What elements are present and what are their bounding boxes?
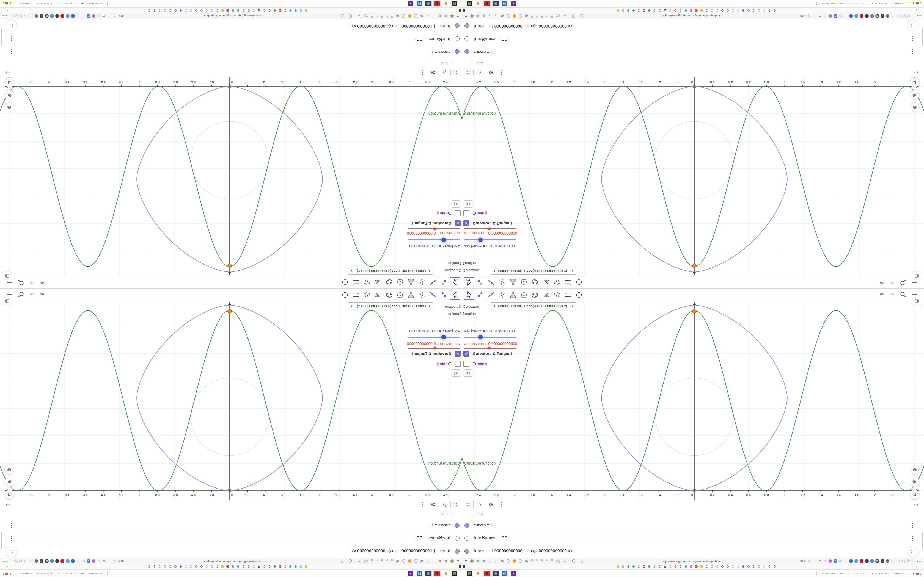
google[interactable]: G xyxy=(262,565,266,569)
chevron-up-icon[interactable]: ∧ xyxy=(916,9,918,12)
tree-view-button[interactable] xyxy=(451,501,460,508)
collapse-list-button[interactable]: − xyxy=(450,60,456,65)
taskbar-app-virtualbox[interactable]: ▤ xyxy=(466,570,473,577)
updown-icon[interactable]: ↕ xyxy=(65,13,70,18)
reload-icon[interactable]: C xyxy=(102,13,107,18)
arrow-icon[interactable]: → xyxy=(812,13,817,18)
globe-icon[interactable]: ⊕ xyxy=(499,558,505,564)
zoom-out-button[interactable] xyxy=(5,490,14,499)
google[interactable]: G xyxy=(241,8,245,12)
folder-icon[interactable] xyxy=(555,13,561,19)
settings-button[interactable] xyxy=(428,69,438,76)
plus-icon[interactable]: + xyxy=(70,13,75,18)
star-icon[interactable]: ☆ xyxy=(807,13,812,18)
arc-length-slider-handle[interactable] xyxy=(441,238,446,242)
geogebra[interactable] xyxy=(210,565,214,569)
arc-length-slider-handle[interactable] xyxy=(478,335,483,339)
geogebra[interactable] xyxy=(194,565,198,569)
filter-icon[interactable]: Y xyxy=(463,558,468,564)
geogebra[interactable] xyxy=(736,565,740,569)
google[interactable]: G xyxy=(653,8,656,12)
info[interactable]: i xyxy=(689,565,693,569)
wikipedia[interactable]: W xyxy=(663,565,667,569)
geogebra[interactable] xyxy=(205,8,209,12)
tool-angle[interactable]: a xyxy=(541,277,551,287)
arrow-icon[interactable]: → xyxy=(107,13,112,18)
geogebra[interactable] xyxy=(252,565,256,569)
pencil-icon[interactable] xyxy=(91,559,96,564)
gear-icon[interactable] xyxy=(517,13,523,19)
visibility-marble[interactable] xyxy=(464,36,469,41)
algebra-expression[interactable]: funcNames = {" "} xyxy=(473,36,509,42)
tab-icon[interactable] xyxy=(546,558,549,561)
skip-to-end-button[interactable] xyxy=(464,369,472,377)
tool-slider[interactable]: a = 2 xyxy=(563,290,573,300)
site[interactable] xyxy=(647,8,651,12)
geogebra[interactable] xyxy=(731,8,735,12)
site[interactable] xyxy=(289,565,292,569)
taskbar-app-save-64[interactable]: 64 xyxy=(501,0,508,7)
info[interactable]: i xyxy=(689,8,693,12)
tool-polygon[interactable] xyxy=(508,290,518,300)
geogebra[interactable] xyxy=(726,565,730,569)
geogebra[interactable] xyxy=(173,565,178,569)
google[interactable]: G xyxy=(299,8,303,12)
zoom-in-button[interactable] xyxy=(910,477,919,487)
geogebra[interactable] xyxy=(173,8,178,12)
trash-icon[interactable] xyxy=(864,13,869,18)
zoom-search-button[interactable] xyxy=(900,291,907,298)
scrollbar-thumb[interactable] xyxy=(0,28,2,45)
star-icon[interactable]: ☆ xyxy=(807,559,812,564)
uo-icon[interactable]: U xyxy=(39,13,44,18)
globe-color-icon[interactable] xyxy=(50,559,55,564)
arrow-icon[interactable]: → xyxy=(107,559,112,564)
taskbar-app-system-settings[interactable]: ◎ xyxy=(483,0,491,7)
tool-line[interactable] xyxy=(428,277,438,287)
visibility-marble[interactable] xyxy=(455,36,460,41)
taskbar-app-save-64[interactable]: 64 xyxy=(416,0,423,7)
taskbar-app-virtualbox[interactable]: ▤ xyxy=(451,570,458,577)
folder-icon[interactable] xyxy=(363,558,369,564)
geogebra[interactable] xyxy=(731,565,735,569)
tab-icon[interactable] xyxy=(375,558,378,561)
trash-icon[interactable] xyxy=(55,559,60,564)
shield-icon[interactable] xyxy=(885,559,890,564)
gear-icon[interactable] xyxy=(843,13,848,18)
site[interactable] xyxy=(273,565,277,569)
scrollbar-thumb[interactable] xyxy=(922,28,924,45)
algebra-expression[interactable]: curves = {} xyxy=(473,49,495,55)
home-button[interactable] xyxy=(910,465,919,474)
chevron-up-icon[interactable]: ∧ xyxy=(6,565,8,568)
google[interactable]: G xyxy=(247,565,250,569)
thumb-icon[interactable] xyxy=(896,559,901,564)
radio-icon[interactable] xyxy=(531,16,534,19)
tool-ellipse[interactable] xyxy=(384,277,394,287)
firefox-icon[interactable] xyxy=(407,13,412,19)
tool-line[interactable] xyxy=(428,290,438,300)
globe-icon[interactable] xyxy=(890,13,895,18)
undo-button[interactable] xyxy=(879,279,886,286)
tool-circle[interactable] xyxy=(519,290,529,300)
visibility-marble[interactable] xyxy=(464,523,469,528)
collapse-list-button[interactable]: − xyxy=(450,512,456,517)
gear-icon[interactable] xyxy=(76,13,81,18)
wrench-icon[interactable] xyxy=(413,13,418,19)
wikipedia[interactable]: W xyxy=(257,8,261,12)
uo-icon[interactable]: U xyxy=(880,559,885,564)
gear-icon[interactable] xyxy=(401,558,407,564)
translate-icon[interactable]: A xyxy=(833,13,838,18)
badger-icon[interactable] xyxy=(449,558,455,564)
filter-icon[interactable]: Y xyxy=(456,558,461,564)
gauge-icon[interactable]: ∩ xyxy=(431,558,437,564)
geogebra[interactable] xyxy=(200,8,204,12)
url-text[interactable]: https://www.geogebra.org/classic/aagcxh3… xyxy=(204,558,262,564)
back-arrow-icon[interactable] xyxy=(563,558,569,564)
record-icon[interactable] xyxy=(60,559,65,564)
arc-length-slider[interactable] xyxy=(408,337,460,338)
lock-icon[interactable] xyxy=(339,558,345,564)
redo-button[interactable] xyxy=(888,279,896,286)
gauge-icon[interactable]: ∩ xyxy=(487,13,493,19)
site[interactable] xyxy=(647,565,651,569)
info[interactable]: i xyxy=(231,565,235,569)
google[interactable]: G xyxy=(168,8,172,12)
